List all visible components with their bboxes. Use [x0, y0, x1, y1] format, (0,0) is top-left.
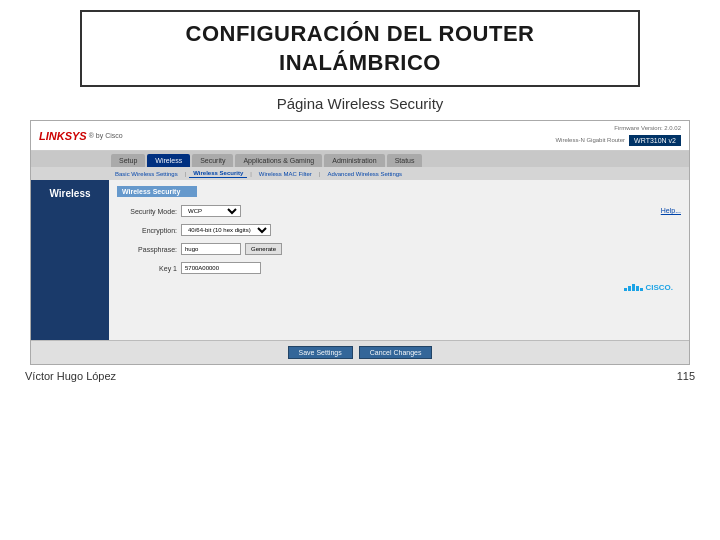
help-link[interactable]: Help...	[661, 207, 681, 214]
subtab-basic[interactable]: Basic Wireless Settings	[111, 170, 182, 178]
security-mode-select[interactable]: WCP	[181, 205, 241, 217]
passphrase-input[interactable]	[181, 243, 241, 255]
cisco-bars-icon	[624, 284, 643, 291]
tab-setup[interactable]: Setup	[111, 154, 145, 167]
tab-applications[interactable]: Applications & Gaming	[235, 154, 322, 167]
page-container: CONFIGURACIÓN DEL ROUTER INALÁMBRICO Pág…	[0, 0, 720, 540]
router-body: Wireless Wireless Security Security Mode…	[31, 180, 689, 340]
linksys-logo: LINKSYS ® by Cisco	[39, 130, 123, 142]
tab-administration[interactable]: Administration	[324, 154, 384, 167]
brand-name: LINKSYS	[39, 130, 87, 142]
author-name: Víctor Hugo López	[25, 370, 116, 382]
cancel-changes-button[interactable]: Cancel Changes	[359, 346, 433, 359]
subtab-mac[interactable]: Wireless MAC Filter	[255, 170, 316, 178]
brand-suffix: ® by Cisco	[89, 132, 123, 139]
encryption-label: Encryption:	[117, 227, 177, 234]
passphrase-row: Passphrase: Generate	[117, 243, 631, 255]
encryption-select[interactable]: 40/64-bit (10 hex digits)	[181, 224, 271, 236]
form-area: Security Mode: WCP Encryption: 40/64-bit…	[117, 205, 631, 281]
help-area: Help...	[631, 205, 681, 281]
key1-row: Key 1	[117, 262, 631, 274]
page-number: 115	[677, 370, 695, 382]
tab-security[interactable]: Security	[192, 154, 233, 167]
router-footer: Save Settings Cancel Changes	[31, 340, 689, 364]
product-name: Wireless-N Gigabit Router	[555, 137, 625, 143]
key1-label: Key 1	[117, 265, 177, 272]
router-ui: LINKSYS ® by Cisco Firmware Version: 2.0…	[30, 120, 690, 365]
security-mode-label: Security Mode:	[117, 208, 177, 215]
sidebar-wireless-label: Wireless	[49, 188, 90, 199]
subtab-advanced[interactable]: Advanced Wireless Settings	[323, 170, 406, 178]
model-badge: WRT310N v2	[629, 135, 681, 146]
page-title-line1: CONFIGURACIÓN DEL ROUTER INALÁMBRICO	[112, 20, 608, 77]
cisco-brand-text: CISCO.	[645, 283, 673, 292]
tab-wireless[interactable]: Wireless	[147, 154, 190, 167]
passphrase-label: Passphrase:	[117, 246, 177, 253]
subtitle: Página Wireless Security	[277, 95, 444, 112]
page-footer: Víctor Hugo López 115	[20, 370, 700, 382]
generate-button[interactable]: Generate	[245, 243, 282, 255]
subtab-security[interactable]: Wireless Security	[189, 169, 247, 178]
section-header: Wireless Security	[117, 186, 197, 197]
security-mode-row: Security Mode: WCP	[117, 205, 631, 217]
title-box: CONFIGURACIÓN DEL ROUTER INALÁMBRICO	[80, 10, 640, 87]
key1-input[interactable]	[181, 262, 261, 274]
save-settings-button[interactable]: Save Settings	[288, 346, 353, 359]
router-header: LINKSYS ® by Cisco Firmware Version: 2.0…	[31, 121, 689, 151]
router-model-area: Firmware Version: 2.0.02 Wireless-N Giga…	[555, 125, 681, 146]
firmware-version: Firmware Version: 2.0.02	[555, 125, 681, 131]
nav-tabs: Setup Wireless Security Applications & G…	[31, 151, 689, 167]
tab-status[interactable]: Status	[387, 154, 423, 167]
cisco-logo-area: CISCO.	[117, 281, 681, 294]
encryption-row: Encryption: 40/64-bit (10 hex digits)	[117, 224, 631, 236]
router-main: Wireless Security Security Mode: WCP E	[109, 180, 689, 340]
router-sidebar: Wireless	[31, 180, 109, 340]
sub-tabs: Basic Wireless Settings | Wireless Secur…	[31, 167, 689, 180]
main-inner: Security Mode: WCP Encryption: 40/64-bit…	[117, 205, 681, 281]
